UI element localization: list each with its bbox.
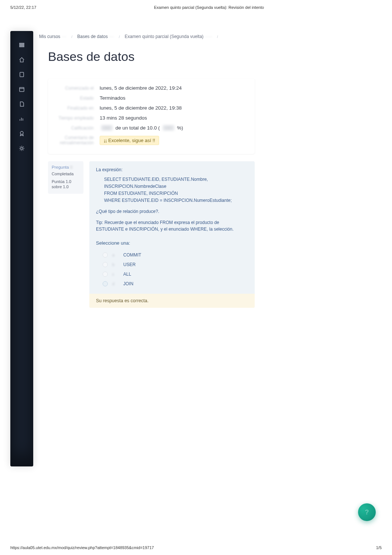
svg-rect-4	[20, 87, 24, 92]
summary-label: Tiempo empleado	[55, 116, 100, 121]
breadcrumb-my-courses[interactable]: Mis cursos	[39, 34, 60, 39]
page-title: Bases de datos	[33, 48, 382, 79]
summary-row-time: Tiempo empleado 13 mins 28 segundos	[55, 113, 247, 123]
summary-label: Comentario de retroalimentación	[55, 135, 100, 146]
sidebar-item-1[interactable]	[10, 38, 33, 52]
summary-value: ¡¡ Excelente, sigue así !!	[100, 136, 247, 145]
code-line: INSCRIPCION.NombredeClase	[104, 183, 248, 190]
summary-value: lunes, 5 de diciembre de 2022, 19:24	[100, 85, 247, 91]
sidebar-item-3[interactable]	[10, 67, 33, 82]
file-icon	[19, 101, 25, 107]
sidebar-item-5[interactable]	[10, 97, 33, 111]
radio-icon	[103, 252, 108, 258]
option-label: JOIN	[123, 281, 133, 286]
summary-value: lunes, 5 de diciembre de 2022, 19:38	[100, 105, 247, 111]
sidebar-item-2[interactable]	[10, 52, 33, 67]
summary-row-started: Comenzado el lunes, 5 de diciembre de 20…	[55, 83, 247, 93]
feedback-pill: ¡¡ Excelente, sigue así !!	[100, 136, 159, 145]
radio-icon	[103, 272, 108, 277]
option-letter-hidden: d	[112, 282, 119, 286]
breadcrumb-hidden: ····	[109, 34, 114, 39]
breadcrumb-sep: /	[119, 35, 120, 39]
svg-rect-3	[20, 72, 24, 77]
option-letter-hidden: a	[112, 253, 119, 257]
option-label: ALL	[123, 272, 131, 277]
book-icon	[19, 72, 25, 77]
answer-feedback: Su respuesta es correcta.	[89, 294, 255, 308]
radio-icon	[103, 262, 108, 267]
question-content: La expresión: SELECT ESTUDIANTE.EID, EST…	[89, 161, 255, 308]
attempt-summary: Comenzado el lunes, 5 de diciembre de 20…	[48, 79, 255, 154]
option-all[interactable]: c ALL	[103, 269, 248, 279]
print-url: https://aula05.utel.edu.mx/mod/quiz/revi…	[10, 545, 154, 550]
breadcrumb: Mis cursos ···· / Bases de datos ···· / …	[33, 31, 382, 48]
svg-point-6	[20, 131, 23, 134]
menu-icon	[19, 42, 25, 48]
sidebar-item-8[interactable]	[10, 141, 33, 156]
option-label: COMMIT	[123, 252, 141, 258]
question-mark: Puntúa 1.0 sobre 1.0	[52, 179, 80, 190]
code-line: SELECT ESTUDIANTE.EID, ESTUDIANTE.Nombre…	[104, 176, 248, 183]
sidebar-item-7[interactable]	[10, 126, 33, 141]
code-line: WHERE ESTUDIANTE.EID = INSCRIPCION.Numer…	[104, 197, 248, 204]
question-options: a COMMIT b USER c ALL d JOIN	[96, 250, 248, 294]
sidebar-nav	[10, 31, 33, 466]
select-one-label: Seleccione una:	[96, 240, 248, 246]
code-line: FROM ESTUDIANTE, INSCRIPCIÓN	[104, 190, 248, 197]
option-user[interactable]: b USER	[103, 260, 248, 269]
chat-icon: ?	[365, 509, 369, 516]
summary-row-grade: Calificación 00 de un total de 10.0 ( 00…	[55, 123, 247, 133]
question-state: Completada	[52, 172, 80, 176]
question-number-hidden: 0	[70, 165, 72, 169]
gear-icon	[19, 145, 25, 151]
question-code: SELECT ESTUDIANTE.EID, ESTUDIANTE.Nombre…	[96, 176, 248, 204]
grade-score-hidden: 00	[101, 125, 113, 131]
print-footer: https://aula05.utel.edu.mx/mod/quiz/revi…	[10, 545, 382, 550]
sidebar-item-6[interactable]	[10, 111, 33, 126]
svg-rect-1	[20, 45, 24, 45]
print-page: 1/5	[376, 545, 382, 550]
breadcrumb-sep: /	[71, 35, 72, 39]
svg-rect-2	[20, 46, 24, 47]
summary-row-state: Estado Terminados	[55, 93, 247, 103]
question-block: Pregunta 0 Completada Puntúa 1.0 sobre 1…	[48, 161, 255, 308]
question-tip: Tip: Recuerde que el enunciado FROM expr…	[96, 219, 248, 233]
question-info: Pregunta 0 Completada Puntúa 1.0 sobre 1…	[48, 161, 83, 194]
breadcrumb-hidden: ····	[62, 34, 66, 39]
summary-label: Finalizado en	[55, 106, 100, 111]
main-content: Mis cursos ···· / Bases de datos ···· / …	[33, 31, 382, 533]
summary-label: Calificación	[55, 125, 100, 131]
option-label: USER	[123, 262, 135, 267]
badge-icon	[19, 131, 25, 137]
sidebar-item-4[interactable]	[10, 82, 33, 97]
question-label: Pregunta 0	[52, 165, 80, 169]
home-icon	[19, 57, 25, 63]
question-text: ¿Qué tipo de relación produce?.	[96, 209, 248, 214]
print-title: Examen quinto parcial (Segunda vuelta): …	[10, 5, 382, 10]
chat-fab[interactable]: ?	[358, 503, 376, 521]
grade-mid: de un total de 10.0 (	[116, 125, 160, 131]
breadcrumb-sep: /	[217, 35, 218, 39]
svg-rect-0	[20, 43, 24, 44]
summary-label: Comenzado el	[55, 86, 100, 91]
radio-icon	[103, 281, 108, 286]
summary-value: 00 de un total de 10.0 ( 00 %)	[100, 125, 247, 131]
grade-suffix: %)	[177, 125, 183, 131]
option-join[interactable]: d JOIN	[103, 279, 248, 289]
summary-value: Terminados	[100, 95, 247, 101]
grade-percent-hidden: 00	[163, 125, 174, 131]
print-header: 5/12/22, 22:17 Examen quinto parcial (Se…	[10, 5, 382, 10]
breadcrumb-current: Examen quinto parcial (Segunda vuelta)	[125, 34, 203, 39]
svg-point-7	[21, 147, 23, 149]
breadcrumb-course[interactable]: Bases de datos	[77, 34, 108, 39]
option-letter-hidden: c	[112, 272, 119, 276]
summary-row-feedback: Comentario de retroalimentación ¡¡ Excel…	[55, 133, 247, 148]
option-letter-hidden: b	[112, 262, 119, 267]
summary-value: 13 mins 28 segundos	[100, 115, 247, 121]
question-intro: La expresión:	[96, 167, 248, 172]
summary-row-completed: Finalizado en lunes, 5 de diciembre de 2…	[55, 103, 247, 113]
grades-icon	[19, 116, 25, 122]
calendar-icon	[19, 86, 25, 92]
option-commit[interactable]: a COMMIT	[103, 250, 248, 260]
summary-label: Estado	[55, 96, 100, 101]
